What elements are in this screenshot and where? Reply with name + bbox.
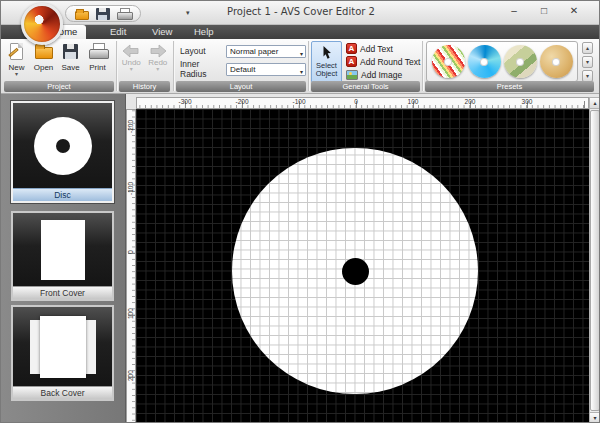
undo-arrow-icon	[122, 44, 140, 58]
disc-artboard[interactable]	[232, 148, 478, 394]
layout-field-label: Layout	[180, 46, 226, 56]
horizontal-ruler: -300 -200 -100 0 100 200 300	[136, 97, 589, 109]
undo-button[interactable]: Undo ▾	[118, 39, 145, 79]
add-round-text-button[interactable]: A Add Round Text	[346, 55, 420, 68]
add-image-button[interactable]: Add Image	[346, 68, 420, 81]
sidebar-item-disc[interactable]: Disc	[11, 101, 114, 203]
cursor-arrow-icon	[320, 45, 334, 60]
disc-hole	[480, 58, 488, 66]
app-window: ▾ Project 1 - AVS Cover Editor 2 – □ ✕ H…	[0, 0, 600, 423]
back-cover-thumbnail	[13, 307, 112, 386]
avs-logo-icon[interactable]	[21, 3, 63, 45]
scrollbar-thumb[interactable]	[590, 110, 600, 411]
window-controls: – □ ✕	[499, 1, 589, 23]
preset-world-map-disc[interactable]	[540, 45, 573, 78]
ruler-label: 300	[522, 98, 533, 106]
pages-sidebar: Disc Front Cover Back Cover	[1, 94, 126, 423]
sidebar-item-label: Back Cover	[13, 386, 112, 399]
presets-scroll-up-button[interactable]: ▴	[582, 42, 593, 54]
group-presets: ▴ ▾ ▾ Presets	[424, 39, 595, 94]
ruler-label: -100	[126, 185, 136, 195]
front-cover-thumbnail	[13, 213, 112, 286]
design-canvas[interactable]	[136, 109, 589, 423]
vertical-ruler: -200 -100 0 100 200	[126, 109, 136, 423]
chevron-down-icon: ▾	[300, 67, 303, 78]
disc-hole	[552, 58, 560, 66]
scroll-down-button[interactable]: ▾	[590, 412, 600, 423]
sidebar-item-front-cover[interactable]: Front Cover	[11, 211, 114, 301]
ruler-label: -200	[126, 123, 136, 133]
tab-edit[interactable]: Edit	[101, 25, 135, 39]
open-button[interactable]: Open	[30, 39, 57, 79]
preset-rainbow-stripes-disc[interactable]	[432, 45, 465, 78]
presets-scroll-buttons: ▴ ▾ ▾	[582, 42, 593, 82]
ruler-label: 100	[126, 309, 136, 319]
redo-arrow-icon	[149, 44, 167, 58]
new-document-icon	[6, 42, 28, 62]
ruler-label: 0	[126, 247, 136, 257]
group-label-project: Project	[4, 81, 114, 92]
undo-dropdown-icon[interactable]: ▾	[130, 67, 133, 72]
save-floppy-icon	[60, 42, 82, 62]
redo-dropdown-icon[interactable]: ▾	[156, 67, 159, 72]
front-cover-preview	[41, 220, 85, 280]
preset-blue-swirl-disc[interactable]	[468, 45, 501, 78]
add-image-icon	[346, 70, 358, 80]
disc-hole	[516, 58, 524, 66]
disc-thumbnail	[13, 103, 112, 188]
ruler-label: 100	[408, 98, 419, 106]
add-round-text-icon: A	[346, 56, 357, 67]
add-text-icon: A	[346, 43, 357, 54]
group-label-layout: Layout	[176, 81, 306, 92]
tab-help[interactable]: Help	[185, 25, 223, 39]
chevron-down-icon: ▾	[300, 49, 303, 60]
main-area: Disc Front Cover Back Cover -300	[1, 94, 600, 423]
print-button[interactable]: Print	[84, 39, 111, 79]
group-label-history: History	[119, 81, 170, 92]
new-button[interactable]: New ▾	[3, 39, 30, 79]
maximize-button[interactable]: □	[529, 1, 559, 23]
save-button[interactable]: Save	[57, 39, 84, 79]
open-folder-icon	[33, 42, 55, 62]
sidebar-item-label: Front Cover	[13, 286, 112, 299]
scroll-up-button[interactable]: ▴	[590, 98, 600, 109]
tab-view[interactable]: View	[143, 25, 181, 39]
title-bar: ▾ Project 1 - AVS Cover Editor 2 – □ ✕	[1, 1, 600, 25]
group-label-presets: Presets	[425, 81, 594, 92]
vertical-scrollbar[interactable]: ▴ ▾	[589, 97, 600, 423]
ruler-label: 200	[465, 98, 476, 106]
redo-button[interactable]: Redo ▾	[145, 39, 172, 79]
canvas-panel: -300 -200 -100 0 100 200 300 -200 -100 0…	[126, 94, 600, 423]
disc-preview	[34, 117, 92, 175]
group-project: New ▾ Open Save Print Project	[3, 39, 115, 94]
ribbon: New ▾ Open Save Print Project	[1, 39, 600, 94]
add-text-button[interactable]: A Add Text	[346, 42, 420, 55]
inner-radius-field-label: Inner Radius	[180, 59, 226, 79]
ruler-label: -100	[292, 98, 305, 106]
presets-scroll-down-button[interactable]: ▾	[582, 56, 593, 68]
group-general-tools: Select Object A Add Text A Add Round Tex…	[310, 39, 421, 94]
sidebar-item-label: Disc	[13, 188, 112, 201]
presets-gallery	[426, 41, 578, 82]
back-cover-preview	[40, 316, 86, 378]
group-history: Undo ▾ Redo ▾ History	[118, 39, 171, 94]
close-button[interactable]: ✕	[559, 1, 589, 23]
sidebar-item-back-cover[interactable]: Back Cover	[11, 305, 114, 401]
minimize-button[interactable]: –	[499, 1, 529, 23]
select-object-button[interactable]: Select Object	[311, 41, 342, 83]
group-label-general-tools: General Tools	[311, 81, 420, 92]
new-dropdown-icon[interactable]: ▾	[15, 72, 18, 77]
disc-center-hole	[342, 258, 369, 285]
layout-select[interactable]: Normal paper ▾	[226, 45, 306, 58]
ruler-label: -300	[178, 98, 191, 106]
disc-hole	[444, 58, 452, 66]
inner-radius-select[interactable]: Default ▾	[226, 63, 306, 76]
ruler-label: 0	[354, 98, 358, 106]
group-layout: Layout Normal paper ▾ Inner Radius Defau…	[175, 39, 307, 94]
preset-my-travel-disc[interactable]	[504, 45, 537, 78]
ruler-label: -200	[235, 98, 248, 106]
ribbon-tab-bar: Home Edit View Help	[1, 25, 600, 39]
printer-icon	[87, 42, 109, 62]
ruler-label: 200	[126, 371, 136, 381]
